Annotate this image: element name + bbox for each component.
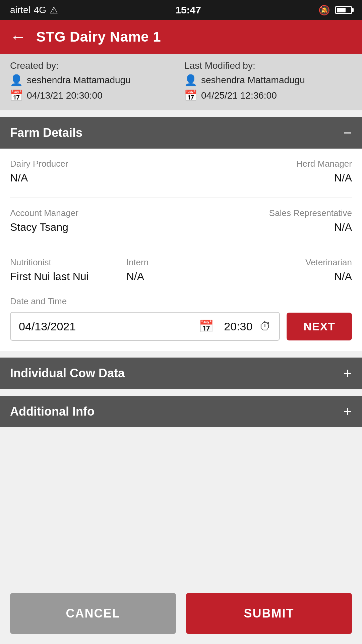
dairy-producer-label: Dairy Producer — [10, 159, 178, 169]
clock-picker-icon[interactable]: ⏱ — [259, 319, 271, 333]
notification-icon: 🔕 — [318, 5, 330, 16]
account-manager-value: Stacy Tsang — [10, 221, 178, 233]
account-manager-label: Account Manager — [10, 208, 178, 218]
header: ← STG Dairy Name 1 — [0, 20, 362, 54]
farm-details-body: Dairy Producer N/A Herd Manager N/A Acco… — [0, 149, 362, 351]
created-by-section: Created by: 👤 seshendra Mattamadugu 📅 04… — [10, 60, 178, 102]
sales-rep-group: Sales Representative N/A — [184, 208, 352, 233]
sales-rep-label: Sales Representative — [184, 208, 352, 218]
calendar-icon-modified: 📅 — [184, 89, 197, 102]
network-type: 4G — [34, 5, 46, 15]
status-right: 🔕 — [318, 5, 352, 16]
farm-details-title: Farm Details — [10, 126, 82, 140]
modified-by-name: seshendra Mattamadugu — [201, 75, 305, 86]
individual-cow-data-header[interactable]: Individual Cow Data + — [0, 358, 362, 389]
created-by-date: 📅 04/13/21 20:30:00 — [10, 89, 178, 102]
veterinarian-group: Veterinarian N/A — [242, 257, 352, 283]
veterinarian-value: N/A — [242, 270, 352, 283]
additional-info-section: Additional Info + — [0, 396, 362, 427]
back-button[interactable]: ← — [10, 29, 26, 45]
intern-label: Intern — [126, 257, 236, 268]
farm-details-header[interactable]: Farm Details − — [0, 117, 362, 149]
created-by-label: Created by: — [10, 60, 178, 71]
additional-info-title: Additional Info — [10, 405, 95, 419]
field-row-1: Dairy Producer N/A Herd Manager N/A — [10, 159, 352, 184]
datetime-section: Date and Time 04/13/2021 📅 20:30 ⏱ NEXT — [10, 296, 352, 341]
herd-manager-value: N/A — [184, 172, 352, 184]
datetime-label: Date and Time — [10, 296, 352, 307]
intern-value: N/A — [126, 270, 236, 283]
modified-by-section: Last Modified by: 👤 seshendra Mattamadug… — [184, 60, 352, 102]
account-manager-group: Account Manager Stacy Tsang — [10, 208, 178, 233]
modified-date-value: 04/25/21 12:36:00 — [201, 90, 277, 101]
herd-manager-group: Herd Manager N/A — [184, 159, 352, 184]
calendar-icon-created: 📅 — [10, 89, 23, 102]
dairy-producer-value: N/A — [10, 172, 178, 184]
sales-rep-value: N/A — [184, 221, 352, 233]
warning-icon: ⚠ — [50, 5, 58, 16]
user-icon-created: 👤 — [10, 74, 23, 87]
farm-details-section: Farm Details − Dairy Producer N/A Herd M… — [0, 117, 362, 351]
date-value: 04/13/2021 — [19, 320, 192, 333]
individual-cow-data-section: Individual Cow Data + — [0, 358, 362, 389]
user-icon-modified: 👤 — [184, 74, 197, 87]
bottom-bar: CANCEL SUBMIT — [0, 586, 362, 644]
meta-info: Created by: 👤 seshendra Mattamadugu 📅 04… — [0, 54, 362, 110]
created-date-value: 04/13/21 20:30:00 — [27, 90, 103, 101]
nutritionist-group: Nutritionist First Nui last Nui — [10, 257, 120, 283]
calendar-picker-icon[interactable]: 📅 — [199, 319, 214, 333]
datetime-input[interactable]: 04/13/2021 📅 20:30 ⏱ — [10, 312, 280, 341]
modified-by-user: 👤 seshendra Mattamadugu — [184, 74, 352, 87]
status-time: 15:47 — [175, 4, 201, 16]
status-left: airtel 4G ⚠ — [10, 5, 58, 16]
created-by-name: seshendra Mattamadugu — [27, 75, 131, 86]
additional-info-expand-icon: + — [343, 404, 352, 419]
battery-icon — [335, 6, 352, 14]
herd-manager-label: Herd Manager — [184, 159, 352, 169]
nutritionist-value: First Nui last Nui — [10, 270, 120, 283]
field-row-2: Account Manager Stacy Tsang Sales Repres… — [10, 208, 352, 233]
datetime-row: 04/13/2021 📅 20:30 ⏱ NEXT — [10, 312, 352, 341]
created-by-user: 👤 seshendra Mattamadugu — [10, 74, 178, 87]
header-title: STG Dairy Name 1 — [36, 29, 161, 45]
modified-by-date: 📅 04/25/21 12:36:00 — [184, 89, 352, 102]
dairy-producer-group: Dairy Producer N/A — [10, 159, 178, 184]
additional-info-header[interactable]: Additional Info + — [0, 396, 362, 427]
intern-group: Intern N/A — [126, 257, 236, 283]
nutritionist-label: Nutritionist — [10, 257, 120, 268]
farm-details-collapse-icon: − — [343, 125, 352, 140]
next-button[interactable]: NEXT — [287, 313, 352, 340]
carrier-text: airtel — [10, 5, 31, 15]
modified-by-label: Last Modified by: — [184, 60, 352, 71]
status-bar: airtel 4G ⚠ 15:47 🔕 — [0, 0, 362, 20]
submit-button[interactable]: SUBMIT — [186, 593, 352, 634]
time-value: 20:30 — [224, 320, 252, 333]
individual-cow-data-title: Individual Cow Data — [10, 366, 125, 380]
individual-cow-data-expand-icon: + — [343, 366, 352, 381]
veterinarian-label: Veterinarian — [242, 257, 352, 268]
field-row-3: Nutritionist First Nui last Nui Intern N… — [10, 257, 352, 283]
cancel-button[interactable]: CANCEL — [10, 593, 176, 634]
